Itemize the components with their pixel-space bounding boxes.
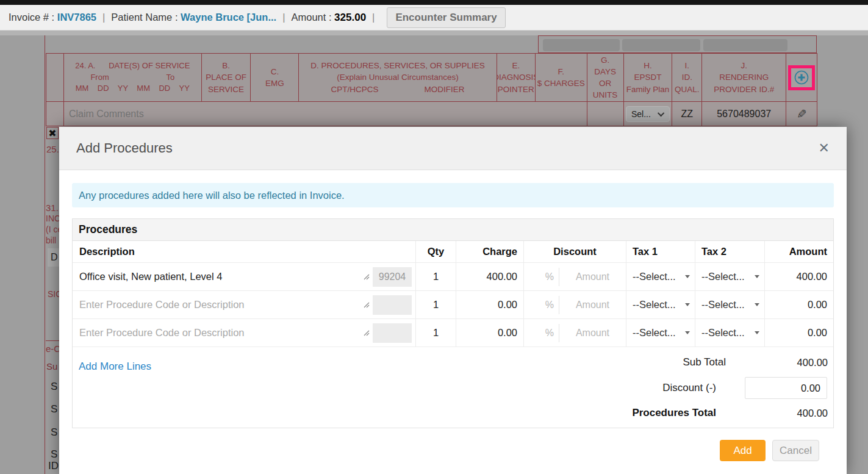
tax2-select[interactable]: --Select... [695, 299, 764, 311]
description-field[interactable]: Office visit, New patient, Level 4 99204 [73, 263, 416, 290]
form-fragment: S [51, 426, 57, 439]
qty-value: 1 [433, 327, 439, 339]
procedure-code-field[interactable]: 99204 [373, 267, 412, 287]
tax1-value: --Select... [633, 299, 676, 311]
form-fragment: 25. [46, 144, 59, 154]
procedure-code-field[interactable] [373, 323, 412, 343]
amount-value: 0.00 [808, 327, 827, 339]
description-field[interactable]: Enter Procedure Code or Description [73, 291, 416, 318]
discount-total-input[interactable] [745, 377, 827, 399]
discount-amount-field[interactable]: Amount [559, 328, 626, 339]
resize-grip-icon[interactable] [364, 274, 370, 280]
resize-grip-icon[interactable] [364, 330, 370, 336]
form-fragment: INC [46, 214, 60, 223]
qty-field[interactable]: 1 [416, 263, 456, 290]
description-field[interactable]: Enter Procedure Code or Description [73, 319, 416, 347]
page-margin-band [0, 31, 868, 35]
invoice-number-link[interactable]: INV7865 [57, 12, 96, 23]
caret-down-icon [755, 303, 759, 306]
claim-comments-input[interactable]: Claim Comments [64, 102, 587, 126]
add-button[interactable]: Add [720, 440, 766, 461]
row-number-cell [46, 102, 64, 126]
procedure-row: Office visit, New patient, Level 4 99204… [73, 263, 833, 291]
tax2-cell: --Select... [695, 263, 765, 290]
procedures-section-title: Procedures [73, 219, 833, 241]
separator: | [102, 12, 105, 23]
tax2-value: --Select... [701, 271, 745, 282]
tax2-value: --Select... [701, 299, 745, 311]
col-epsdt: H. EPSDT Family Plan [624, 54, 673, 101]
discount-cell: % Amount [524, 291, 626, 318]
masked-field [703, 39, 787, 51]
amount-value: 325.00 [334, 12, 366, 24]
encounter-summary-button[interactable]: Encounter Summary [387, 7, 505, 28]
charge-value: 0.00 [498, 327, 517, 339]
claim-comments-placeholder: Claim Comments [64, 109, 144, 120]
claim-comments-row: Claim Comments Sel... ZZ 5670489037 ✎ [46, 102, 817, 126]
col-tax1: Tax 1 [626, 241, 695, 262]
resize-grip-icon[interactable] [364, 302, 370, 308]
screen: Invoice # : INV7865 | Patient Name : Way… [0, 0, 868, 474]
tax2-value: --Select... [701, 327, 745, 339]
charge-field[interactable]: 0.00 [456, 291, 524, 318]
discount-percent-field[interactable]: % [524, 271, 559, 282]
discount-amount-field[interactable]: Amount [559, 300, 626, 311]
invoice-label: Invoice # : [9, 12, 54, 23]
discount-percent-field[interactable]: % [524, 328, 559, 339]
modal-footer: Add Cancel [72, 428, 834, 461]
cancel-button[interactable]: Cancel [772, 440, 819, 461]
form-fragment: e-C [46, 343, 60, 354]
procedure-code-field[interactable] [373, 295, 412, 315]
highlight-box [788, 65, 815, 90]
patient-name-link[interactable]: Wayne Bruce [Jun... [181, 12, 276, 23]
add-procedure-icon[interactable] [794, 70, 809, 85]
col-id-qual: I. ID. QUAL. [672, 54, 702, 101]
procedure-row: Enter Procedure Code or Description 1 0.… [73, 291, 833, 319]
qty-value: 1 [433, 299, 439, 311]
col-procedures: D. PROCEDURES, SERVICES, OR SUPPLIES (Ex… [299, 54, 497, 101]
procedures-panel: Procedures Description Qty Charge Discou… [72, 218, 834, 428]
charge-field[interactable]: 0.00 [456, 319, 524, 347]
charge-field[interactable]: 400.00 [456, 263, 524, 290]
description-placeholder: Enter Procedure Code or Description [79, 299, 364, 311]
tax1-select[interactable]: --Select... [626, 271, 695, 282]
tax1-cell: --Select... [626, 319, 695, 347]
col-description: Description [73, 241, 416, 262]
form-fragment: S [51, 403, 57, 415]
epsdt-select-cell: Sel... [624, 102, 673, 126]
amount-cell: 0.00 [765, 291, 833, 318]
checked-checkbox[interactable]: ✖ [46, 127, 59, 139]
tax1-select[interactable]: --Select... [626, 299, 695, 311]
add-more-lines-link[interactable]: Add More Lines [79, 361, 151, 373]
separator: | [282, 12, 285, 23]
totals-section: Add More Lines Sub Total 400.00 Discount… [73, 347, 833, 428]
edit-pencil-icon[interactable]: ✎ [797, 107, 807, 121]
id-qual-cell: ZZ [672, 102, 702, 126]
tax2-select[interactable]: --Select... [695, 271, 764, 282]
col-amount: Amount [765, 241, 833, 262]
qty-field[interactable]: 1 [416, 319, 456, 347]
modal-header: Add Procedures ✕ [59, 127, 847, 170]
col-diagnosis-pointer: E. DIAGNOSIS POINTER [497, 54, 536, 101]
form-fragment: Su [46, 361, 57, 372]
col-discount: Discount [524, 241, 626, 262]
tax1-select[interactable]: --Select... [626, 327, 695, 339]
col-days-or-units: G. DAYS OR UNITS [587, 54, 624, 101]
invoice-header-bar: Invoice # : INV7865 | Patient Name : Way… [0, 5, 868, 31]
tax2-cell: --Select... [695, 291, 765, 318]
rendering-provider-id: 5670489037 [717, 109, 771, 120]
form-fragment: S [51, 448, 57, 461]
form-fragment: ID [48, 460, 59, 472]
tax2-select[interactable]: --Select... [695, 327, 764, 339]
add-procedures-modal: Add Procedures ✕ Any procedures added he… [59, 127, 847, 474]
discount-percent-field[interactable]: % [524, 300, 559, 311]
masked-field [543, 39, 620, 51]
caret-down-icon [685, 275, 690, 278]
epsdt-select[interactable]: Sel... [626, 106, 670, 122]
col-charges: F. $ CHARGES [536, 54, 587, 101]
qty-field[interactable]: 1 [416, 291, 456, 318]
separator: | [372, 12, 375, 23]
form-fragment-button: D [48, 248, 60, 267]
close-icon[interactable]: ✕ [819, 140, 830, 156]
discount-amount-field[interactable]: Amount [559, 271, 626, 282]
